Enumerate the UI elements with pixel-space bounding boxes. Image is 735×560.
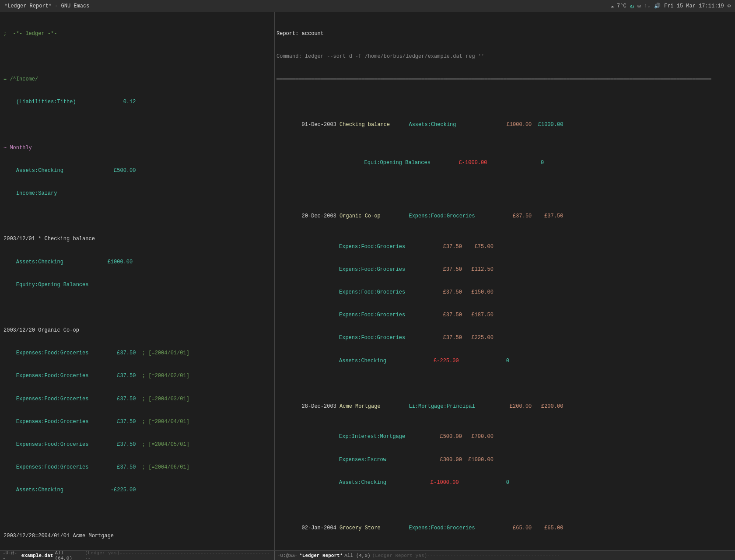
line-date-1: 2003/12/01 * Checking balance (4, 235, 271, 243)
network-icon: ↑↓ (644, 3, 651, 9)
rp-entry-2e: Expens:Food:Groceries £37.50 £187.50 (276, 312, 732, 319)
rp-entry-2g: Assets:Checking £-225.00 0 (276, 357, 732, 365)
rp-entry-2f: Expens:Food:Groceries £37.50 £225.00 (276, 334, 732, 342)
rp-entry-3c: Expenses:Escrow £300.00 £1000.00 (276, 456, 732, 464)
separator-line: ════════════════════════════════════════… (276, 76, 732, 83)
line-checking-1000: Assets:Checking £1000.00 (4, 259, 271, 266)
settings-icon[interactable]: ⚙ (728, 3, 731, 9)
line-income-rule: = /^Income/ (4, 76, 271, 83)
line-date-3: 2003/12/28=2004/01/01 Acme Mortgage (4, 532, 271, 540)
line-blank-2 (4, 121, 271, 129)
line-grocery-5: Expenses:Food:Groceries £37.50 ; [=2004/… (4, 441, 271, 448)
left-pane[interactable]: ; -*- ledger -*- = /^Income/ (Liabilitie… (0, 12, 275, 550)
datetime-display: Fri 15 Mar 17:11:19 (664, 3, 724, 9)
status-left-mode: -U:@-- (3, 550, 20, 560)
rp-entry-3d: Assets:Checking £-1000.00 0 (276, 479, 732, 486)
rp-entry-2b: Expens:Food:Groceries £37.50 £75.00 (276, 243, 732, 251)
line-blank-4 (4, 304, 271, 312)
weather-display: ☁ 7°C (611, 3, 626, 9)
left-code-area: ; -*- ledger -*- = /^Income/ (Liabilitie… (0, 14, 274, 550)
line-blank-3 (4, 213, 271, 220)
line-income-salary-1: Income:Salary (4, 190, 271, 197)
line-blank-5 (4, 509, 271, 517)
status-right: -U:@%%- *Ledger Report* All (4,0) (Ledge… (275, 553, 735, 558)
status-right-mode2: (Ledger Report yas)---------------------… (372, 553, 560, 558)
volume-icon: 🔊 (654, 3, 661, 9)
line-grocery-2: Expenses:Food:Groceries £37.50 ; [=2004/… (4, 372, 271, 380)
line-1: ; -*- ledger -*- (4, 30, 271, 38)
line-equity: Equity:Opening Balances (4, 281, 271, 289)
titlebar-right: ☁ 7°C ↻ ✉ ↑↓ 🔊 Fri 15 Mar 17:11:19 ⚙ (611, 2, 731, 10)
right-pane[interactable]: Report: account Command: ledger --sort d… (275, 12, 735, 550)
titlebar-title: *Ledger Report* - GNU Emacs (4, 3, 89, 9)
rp-entry-2d: Expens:Food:Groceries £37.50 £150.00 (276, 289, 732, 296)
refresh-icon[interactable]: ↻ (630, 2, 634, 10)
status-left-filename: example.dat (21, 553, 53, 558)
rp-entry-3: 28-Dec-2003 Acme Mortgage Li:Mortgage:Pr… (276, 396, 732, 418)
statusbar: -U:@-- example.dat All (64,0) (Ledger ya… (0, 550, 735, 560)
status-left: -U:@-- example.dat All (64,0) (Ledger ya… (0, 551, 275, 560)
rp-entry-4: 02-Jan-2004 Grocery Store Expens:Food:Gr… (276, 517, 732, 540)
command-line: Command: ledger --sort d -f /home/borbus… (276, 53, 732, 60)
rp-entry-3b: Exp:Interest:Mortgage £500.00 £700.00 (276, 433, 732, 441)
rp-entry-2: 20-Dec-2003 Organic Co-op Expens:Food:Gr… (276, 205, 732, 228)
status-right-filename: *Ledger Report* (299, 553, 343, 558)
main-content: ; -*- ledger -*- = /^Income/ (Liabilitie… (0, 12, 735, 550)
line-monthly: ~ Monthly (4, 144, 271, 152)
line-date-2: 2003/12/20 Organic Co-op (4, 327, 271, 334)
line-blank-1 (4, 53, 271, 60)
status-left-info: All (64,0) (55, 550, 83, 560)
mail-icon: ✉ (637, 3, 640, 9)
titlebar: *Ledger Report* - GNU Emacs ☁ 7°C ↻ ✉ ↑↓… (0, 0, 735, 12)
status-right-mode: -U:@%%- (277, 553, 298, 558)
rp-entry-1: 01-Dec-2003 Checking balance Assets:Chec… (276, 114, 732, 136)
right-code-area: Report: account Command: ledger --sort d… (275, 14, 735, 550)
report-label-line: Report: account (276, 30, 732, 38)
status-left-mode2: (Ledger yas)----------------------------… (85, 550, 272, 560)
line-grocery-6: Expenses:Food:Groceries £37.50 ; [=2004/… (4, 464, 271, 471)
line-checking-neg225: Assets:Checking -£225.00 (4, 486, 271, 494)
line-grocery-1: Expenses:Food:Groceries £37.50 ; [=2004/… (4, 350, 271, 357)
status-right-info: All (4,0) (344, 553, 370, 558)
line-checking-500: Assets:Checking £500.00 (4, 167, 271, 175)
rp-entry-1b: Equi:Opening Balances £-1000.00 0 (276, 152, 732, 175)
line-grocery-4: Expenses:Food:Groceries £37.50 ; [=2004/… (4, 418, 271, 426)
line-tithe: (Liabilities:Tithe) 0.12 (4, 98, 271, 106)
rp-entry-2c: Expens:Food:Groceries £37.50 £112.50 (276, 266, 732, 273)
line-grocery-3: Expenses:Food:Groceries £37.50 ; [=2004/… (4, 396, 271, 403)
